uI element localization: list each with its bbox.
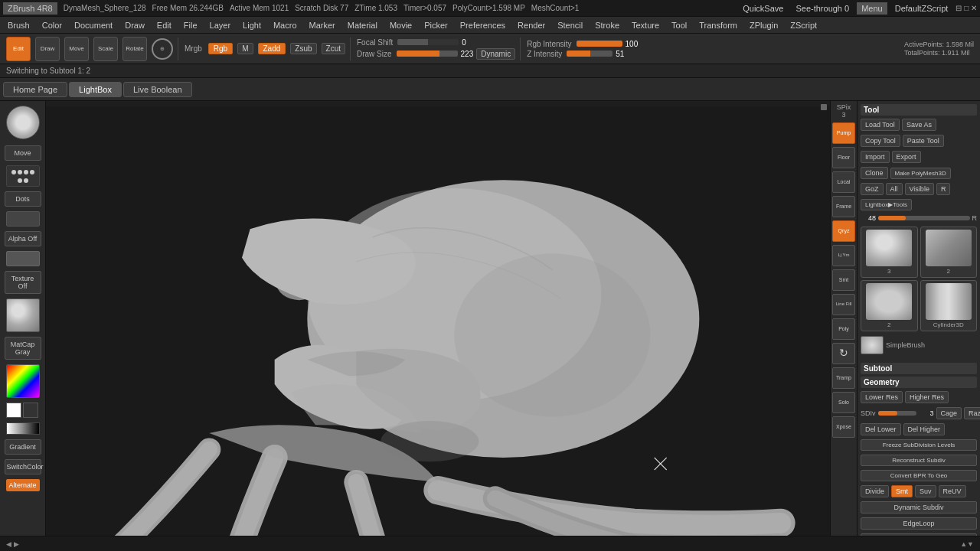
menu-edit[interactable]: Edit <box>152 19 176 31</box>
alpha-preview[interactable] <box>6 211 40 227</box>
geometry-title[interactable]: Geometry <box>861 377 977 388</box>
poly-btn[interactable]: Poly <box>832 318 855 340</box>
tool-panel-title[interactable]: Tool <box>861 104 977 116</box>
tool-thumb-cylinder[interactable]: CylInder3D <box>920 280 978 331</box>
ljym-btn[interactable]: Lj Ym <box>832 245 855 266</box>
default-zscript-btn[interactable]: DefaultZScript <box>890 2 953 15</box>
dynamic-subdiv-btn[interactable]: Dynamic Subdiv <box>861 501 977 514</box>
solo-btn[interactable]: Solo <box>832 392 855 413</box>
tool-thumb-3[interactable]: 2 <box>861 280 918 331</box>
floor-btn[interactable]: Floor <box>832 147 855 168</box>
brush-preview[interactable] <box>6 106 40 139</box>
rotate-icon-btn[interactable]: ↻ <box>832 343 855 364</box>
tramp-btn[interactable]: Tramp <box>832 367 855 389</box>
alternate-btn[interactable]: Alternate <box>6 479 40 491</box>
divide-btn[interactable]: Divide <box>861 485 889 497</box>
import-btn[interactable]: Import <box>861 151 890 163</box>
menu-layer[interactable]: Layer <box>205 19 236 31</box>
menu-tool[interactable]: Tool <box>667 19 691 31</box>
menu-macro[interactable]: Macro <box>269 19 302 31</box>
gyro-btn[interactable]: ⊕ <box>152 38 173 60</box>
quick-save-btn[interactable]: QuickSave <box>738 2 788 15</box>
reconstruct-subdiv-btn[interactable]: Reconstruct Subdiv <box>861 455 977 466</box>
rotate-btn[interactable]: Rotate <box>122 37 147 61</box>
matcap-preview[interactable] <box>6 298 40 332</box>
menu-zbrush[interactable]: ZBrush 4R8 <box>3 2 57 15</box>
copy-tool-btn[interactable]: Copy Tool <box>861 135 900 147</box>
convert-bpr-btn[interactable]: Convert BPR To Geo <box>861 470 977 481</box>
subtool-title[interactable]: Subtool <box>861 363 977 374</box>
draw-btn[interactable]: Draw <box>35 37 60 61</box>
xpose-btn[interactable]: Xpose <box>832 416 855 438</box>
gradient-swatch[interactable] <box>6 422 40 435</box>
reuv-btn[interactable]: ReUV <box>939 485 966 497</box>
menu-light[interactable]: Light <box>238 19 266 31</box>
zcut-button[interactable]: Zcut <box>322 43 345 54</box>
resolution-slider[interactable] <box>878 216 970 220</box>
paste-tool-btn[interactable]: Paste Tool <box>903 135 944 147</box>
all-btn[interactable]: All <box>886 183 903 195</box>
menu-file[interactable]: File <box>179 19 202 31</box>
sdiv-slider[interactable] <box>878 411 916 416</box>
load-tool-btn[interactable]: Load Tool <box>861 119 900 131</box>
tab-lightbox[interactable]: LightBox <box>69 82 122 97</box>
tab-live-boolean[interactable]: Live Boolean <box>123 82 192 97</box>
menu-preferences[interactable]: Preferences <box>456 19 510 31</box>
menu-zscript[interactable]: ZScript <box>786 19 822 31</box>
zadd-button[interactable]: Zadd <box>258 43 286 54</box>
cage-btn[interactable]: Cage <box>936 407 962 419</box>
save-as-btn[interactable]: Save As <box>902 119 936 131</box>
raz-btn[interactable]: Raz <box>964 407 980 419</box>
menu-picker[interactable]: Picker <box>420 19 452 31</box>
local-btn[interactable]: Local <box>832 171 855 193</box>
white-swatch[interactable] <box>6 403 21 418</box>
m-button[interactable]: M <box>237 43 253 54</box>
visible-btn[interactable]: Visible <box>905 183 934 195</box>
freeze-subdiv-btn[interactable]: Freeze SubDivision Levels <box>861 439 977 451</box>
menu-document[interactable]: Document <box>70 19 117 31</box>
smt-btn-strip[interactable]: Smt <box>832 269 855 291</box>
menu-stroke[interactable]: Stroke <box>590 19 624 31</box>
lightbox-tools-btn[interactable]: Lightbox▶Tools <box>861 199 912 210</box>
lower-res-btn[interactable]: Lower Res <box>861 391 903 403</box>
clone-btn[interactable]: Clone <box>861 167 888 179</box>
color-swatch[interactable] <box>6 364 40 398</box>
dots-preview[interactable] <box>6 165 40 187</box>
menu-stencil[interactable]: Stencil <box>553 19 587 31</box>
del-higher-btn[interactable]: Del Higher <box>903 423 946 435</box>
dynamic-btn[interactable]: Dynamic <box>476 48 515 60</box>
menu-btn[interactable]: Menu <box>857 2 887 15</box>
export-btn[interactable]: Export <box>892 151 921 163</box>
pump-btn[interactable]: Pump <box>832 122 855 144</box>
menu-texture[interactable]: Texture <box>627 19 664 31</box>
goz-btn[interactable]: GoZ <box>861 183 884 195</box>
smt-geo-btn[interactable]: Smt <box>891 485 913 497</box>
make-polymesh-btn[interactable]: Make PolyMesh3D <box>890 168 951 179</box>
higher-res-btn[interactable]: Higher Res <box>905 391 949 403</box>
edgeloop-btn[interactable]: EdgeLoop <box>861 517 977 530</box>
menu-render[interactable]: Render <box>513 19 550 31</box>
tool-thumb-2[interactable]: 2 <box>920 227 978 278</box>
suv-btn[interactable]: Suv <box>915 485 936 497</box>
menu-material[interactable]: Material <box>343 19 382 31</box>
texture-preview[interactable] <box>6 251 40 266</box>
menu-movie[interactable]: Movie <box>385 19 416 31</box>
r-btn[interactable]: R <box>936 183 951 195</box>
rgb-button[interactable]: Rgb <box>208 43 233 54</box>
menu-transform[interactable]: Transform <box>694 19 742 31</box>
edit-btn[interactable]: Edit <box>6 37 31 61</box>
zsub-button[interactable]: Zsub <box>290 43 316 54</box>
menu-zplugin[interactable]: ZPlugin <box>745 19 782 31</box>
black-swatch[interactable] <box>23 403 38 418</box>
qryz-btn[interactable]: Qryz <box>832 220 855 242</box>
linefill-btn[interactable]: Line Fill <box>832 294 855 315</box>
menu-marker[interactable]: Marker <box>305 19 340 31</box>
canvas-area[interactable] <box>46 101 830 551</box>
menu-draw[interactable]: Draw <box>120 19 149 31</box>
see-through-btn[interactable]: See-through 0 <box>791 2 854 15</box>
tab-home-page[interactable]: Home Page <box>3 82 67 97</box>
del-lower-btn[interactable]: Del Lower <box>861 423 901 435</box>
menu-color[interactable]: Color <box>38 19 67 31</box>
scale-btn[interactable]: Scale <box>93 37 118 61</box>
move-btn[interactable]: Move <box>64 37 89 61</box>
